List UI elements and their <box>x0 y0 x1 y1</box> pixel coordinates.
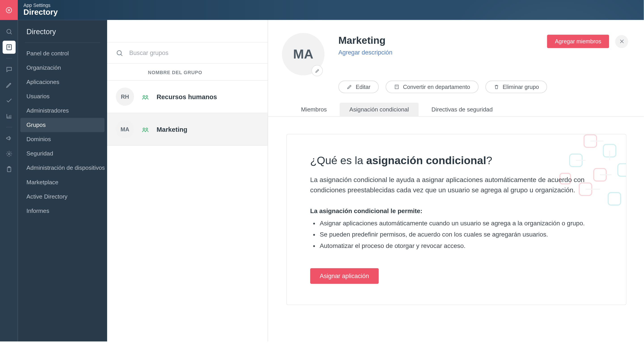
bullet-item: Se pueden predefinir permisos, de acuerd… <box>320 231 603 238</box>
svg-rect-11 <box>395 85 398 89</box>
card-description: La asignación condicional le ayuda a asi… <box>310 175 603 195</box>
sidebar-title: Directory <box>18 20 107 42</box>
group-search-input[interactable] <box>129 49 259 56</box>
add-members-button[interactable]: Agregar miembros <box>547 35 609 48</box>
group-name: Recursos humanos <box>156 93 217 100</box>
people-icon <box>142 126 149 132</box>
group-action-row: Editar Convertir en departamento Elimina… <box>268 75 644 93</box>
header-title: Directory <box>24 8 58 17</box>
sidebar-item-organization[interactable]: Organización <box>20 61 104 75</box>
trash-icon <box>494 84 499 90</box>
sidebar-item-active-directory[interactable]: Active Directory <box>20 189 104 204</box>
tab-conditional[interactable]: Asignación condicional <box>340 103 418 116</box>
sidebar-item-groups[interactable]: Grupos <box>20 118 104 132</box>
button-label: Convertir en departamento <box>403 84 470 90</box>
rail-clipboard[interactable] <box>2 163 16 176</box>
button-label: Eliminar grupo <box>503 84 539 90</box>
bullet-item: Automatizar el proceso de otorgar y revo… <box>320 242 603 249</box>
svg-rect-18 <box>608 192 621 205</box>
rail-reports[interactable] <box>2 78 16 91</box>
convert-department-button[interactable]: Convertir en departamento <box>386 81 478 93</box>
puzzle-icon <box>5 150 12 157</box>
app-header: App Settings Directory <box>0 0 644 20</box>
card-bullet-list: Asignar aplicaciones automáticamente cua… <box>310 220 603 249</box>
edit-group-button[interactable]: Editar <box>338 81 378 93</box>
chart-icon <box>5 113 12 120</box>
detail-panel: MA Marketing Agregar descripción Agregar… <box>268 20 644 341</box>
svg-point-9 <box>143 128 145 130</box>
group-avatar: RH <box>116 88 134 106</box>
button-label: Editar <box>356 84 370 90</box>
group-title: Marketing <box>338 35 533 46</box>
groups-column: NOMBRE DEL GRUPO RH Recursos humanos MA … <box>107 20 268 341</box>
group-row[interactable]: RH Recursos humanos <box>107 81 268 113</box>
sidebar-item-marketplace[interactable]: Marketplace <box>20 175 104 189</box>
close-overlay-button[interactable] <box>0 0 18 20</box>
pencil-icon <box>314 68 319 73</box>
assign-application-button[interactable]: Asignar aplicación <box>310 268 378 284</box>
directory-icon <box>5 44 12 51</box>
group-name: Marketing <box>156 126 187 133</box>
bullet-item: Asignar aplicaciones automáticamente cua… <box>320 220 603 227</box>
close-panel-button[interactable] <box>615 35 628 48</box>
add-description-link[interactable]: Agregar descripción <box>338 49 533 56</box>
close-icon <box>619 39 624 44</box>
search-icon <box>116 49 123 56</box>
avatar-initials: MA <box>293 47 314 62</box>
delete-group-button[interactable]: Eliminar grupo <box>485 81 547 93</box>
rail-analytics[interactable] <box>2 110 16 123</box>
sidebar-item-users[interactable]: Usuarios <box>20 89 104 104</box>
svg-point-10 <box>146 128 148 130</box>
group-avatar-large: MA <box>282 33 324 75</box>
svg-point-8 <box>146 95 148 97</box>
svg-point-1 <box>6 29 10 33</box>
group-avatar: MA <box>116 120 134 138</box>
group-row[interactable]: MA Marketing <box>107 113 268 146</box>
rail-directory[interactable] <box>2 41 16 54</box>
svg-point-7 <box>143 95 145 97</box>
card-subheading: La asignación condicional le permite: <box>310 207 603 214</box>
header-subtitle: App Settings <box>24 3 58 8</box>
check-icon <box>5 97 12 104</box>
group-column-header: NOMBRE DEL GRUPO <box>107 64 268 81</box>
edit-avatar-button[interactable] <box>312 65 323 76</box>
close-icon <box>6 7 12 13</box>
building-icon <box>394 84 399 90</box>
svg-rect-13 <box>603 145 616 157</box>
sidebar-item-security[interactable]: Seguridad <box>20 147 104 161</box>
svg-point-3 <box>8 153 10 155</box>
sidebar-item-reports[interactable]: Informes <box>20 204 104 218</box>
conditional-assignment-card: ¿Qué es la asignación condicional? La as… <box>286 134 626 305</box>
search-icon <box>5 28 12 35</box>
rail-chat[interactable] <box>2 63 16 76</box>
icon-rail <box>0 20 18 341</box>
sidebar-item-admins[interactable]: Administradores <box>20 104 104 118</box>
card-heading: ¿Qué es la asignación condicional? <box>310 154 603 167</box>
sidebar: Directory Panel de controlOrganizaciónAp… <box>18 20 107 341</box>
header-title-group: App Settings Directory <box>24 3 58 17</box>
sidebar-item-device-mgmt[interactable]: Administración de dispositivos <box>20 161 104 175</box>
chat-icon <box>5 66 12 73</box>
megaphone-icon <box>5 135 12 142</box>
group-search-row <box>107 42 268 64</box>
pencil-icon <box>346 84 352 90</box>
rail-search[interactable] <box>2 25 16 38</box>
tab-security-policies[interactable]: Directivas de seguridad <box>422 103 502 116</box>
detail-tabs: MiembrosAsignación condicionalDirectivas… <box>268 93 644 117</box>
sidebar-item-dashboard[interactable]: Panel de control <box>20 46 104 61</box>
rail-separator <box>6 58 12 58</box>
people-icon <box>142 94 149 99</box>
rail-extensions[interactable] <box>2 147 16 160</box>
svg-rect-16 <box>618 164 626 176</box>
svg-point-6 <box>117 50 121 55</box>
pencil-icon <box>5 82 12 88</box>
rail-tasks[interactable] <box>2 94 16 107</box>
rail-separator <box>6 127 12 127</box>
rail-announce[interactable] <box>2 132 16 145</box>
sidebar-item-applications[interactable]: Aplicaciones <box>20 75 104 89</box>
tab-members[interactable]: Miembros <box>292 103 336 116</box>
clipboard-icon <box>5 166 12 173</box>
sidebar-divider <box>25 42 100 43</box>
sidebar-item-domains[interactable]: Dominios <box>20 132 104 147</box>
svg-rect-12 <box>584 135 596 147</box>
